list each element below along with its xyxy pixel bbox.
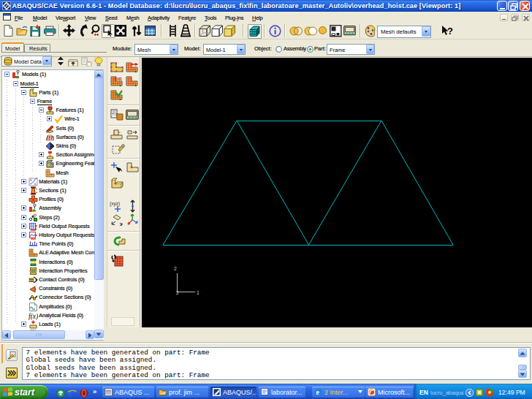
svg-text:e: e (68, 388, 72, 398)
svg-text:e: e (316, 389, 319, 396)
svg-text:3: 3 (176, 290, 179, 295)
svg-text:1: 1 (197, 290, 200, 295)
svg-text:?: ? (447, 26, 453, 37)
svg-text:S4R: S4R (114, 77, 122, 81)
svg-text:f(x): f(x) (28, 312, 38, 320)
svg-text:2: 2 (174, 266, 177, 271)
